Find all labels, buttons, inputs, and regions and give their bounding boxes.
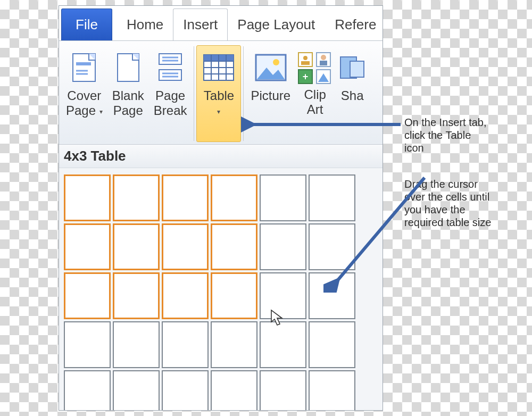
clipart-sub-icon: [316, 69, 331, 84]
table-button[interactable]: Table ▾: [196, 45, 241, 142]
grid-cell[interactable]: [162, 174, 209, 221]
svg-rect-7: [159, 54, 181, 64]
shapes-label: Sha: [341, 88, 364, 103]
grid-cell[interactable]: [162, 223, 209, 270]
picture-icon: [255, 49, 287, 86]
cover-page-icon: [72, 49, 96, 86]
annotation-arrow: [241, 115, 406, 134]
clip-art-icon: +: [298, 49, 332, 84]
svg-point-22: [273, 59, 279, 65]
caret-icon: ▾: [204, 104, 234, 119]
table-label: Table ▾: [204, 88, 234, 119]
grid-cell[interactable]: [64, 321, 111, 368]
caret-icon: ▾: [99, 104, 103, 119]
grid-cell[interactable]: [309, 370, 355, 411]
page-break-line1: Page: [155, 88, 185, 103]
grid-cell[interactable]: [64, 174, 111, 221]
svg-line-38: [336, 178, 425, 282]
svg-point-27: [321, 55, 326, 60]
clip-art-label: Clip Art: [304, 87, 326, 117]
grid-cell[interactable]: [211, 174, 257, 221]
grid-cell[interactable]: [309, 321, 355, 368]
clipart-line2: Art: [307, 102, 323, 117]
svg-rect-10: [159, 70, 181, 80]
svg-rect-5: [118, 54, 139, 81]
svg-point-24: [303, 56, 307, 60]
svg-rect-25: [301, 61, 310, 65]
mouse-cursor-icon: [270, 309, 285, 327]
ribbon-tabs: File Home Insert Page Layout Refere: [59, 6, 383, 41]
svg-rect-28: [320, 61, 327, 65]
annotation-arrow: [323, 172, 430, 293]
grid-cell[interactable]: [211, 223, 257, 270]
page-break-line2: Break: [154, 103, 187, 118]
blank-page-icon: [117, 49, 140, 86]
grid-cell[interactable]: [162, 370, 209, 411]
blank-page-line1: Blank: [112, 88, 144, 103]
annotation-text-1: On the Insert tab, click the Table icon: [404, 116, 489, 154]
svg-text:+: +: [303, 71, 309, 82]
grid-cell[interactable]: [211, 272, 257, 319]
cover-page-line1: Cover: [67, 88, 101, 103]
page-break-icon: [157, 49, 184, 86]
clipart-sub-icon: [316, 52, 331, 67]
svg-rect-0: [73, 54, 95, 81]
picture-label: Picture: [251, 88, 290, 103]
page-break-button[interactable]: Page Break: [149, 45, 192, 142]
grid-cell[interactable]: [113, 321, 160, 368]
tab-file[interactable]: File: [61, 9, 112, 40]
tab-home[interactable]: Home: [117, 9, 173, 40]
tab-references[interactable]: Refere: [325, 9, 383, 40]
page-break-label: Page Break: [154, 88, 187, 118]
grid-cell[interactable]: [113, 272, 160, 319]
clipart-sub-icon: [298, 52, 313, 67]
grid-cell[interactable]: [162, 272, 209, 319]
grid-cell[interactable]: [260, 321, 306, 368]
grid-cell[interactable]: [64, 272, 111, 319]
svg-marker-34: [271, 310, 282, 325]
grid-cell[interactable]: [64, 370, 111, 411]
table-text: Table: [204, 88, 234, 103]
svg-rect-33: [350, 61, 364, 77]
tab-insert[interactable]: Insert: [173, 9, 228, 40]
grid-cell[interactable]: [113, 223, 160, 270]
grid-cell[interactable]: [260, 223, 306, 270]
grid-cell[interactable]: [64, 223, 111, 270]
grid-cell[interactable]: [211, 321, 257, 368]
svg-rect-2: [76, 62, 91, 65]
grid-cell[interactable]: [260, 174, 306, 221]
clipart-line1: Clip: [304, 87, 326, 102]
clipart-sub-icon: +: [298, 69, 313, 84]
tab-page-layout[interactable]: Page Layout: [227, 9, 325, 40]
shapes-icon: [339, 49, 365, 86]
grid-cell[interactable]: [162, 321, 209, 368]
cover-page-line2: Page: [66, 103, 96, 118]
grid-cell[interactable]: [211, 370, 257, 411]
cover-page-button[interactable]: Cover Page ▾: [61, 45, 107, 142]
grid-cell[interactable]: [113, 174, 160, 221]
group-separator: [194, 46, 194, 141]
blank-page-line2: Page: [113, 103, 143, 118]
blank-page-label: Blank Page: [112, 88, 144, 118]
cover-page-label: Cover Page ▾: [66, 88, 103, 120]
table-size-title: 4x3 Table: [59, 145, 383, 168]
blank-page-button[interactable]: Blank Page: [107, 45, 149, 142]
table-icon: [203, 49, 235, 86]
grid-cell[interactable]: [260, 370, 306, 411]
grid-cell[interactable]: [113, 370, 160, 411]
